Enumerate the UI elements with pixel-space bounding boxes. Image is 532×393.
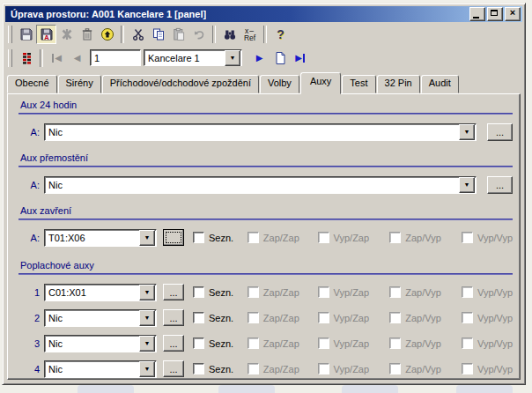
checkbox-sezn[interactable]: Sezn. [193, 337, 248, 349]
cut-button[interactable] [128, 25, 148, 44]
previous-record-button[interactable]: ◀ [67, 48, 87, 68]
section-aux-zavreni: Aux zavření A: T01:X06 ▼ Sezn. Zap/Zap V… [18, 205, 513, 247]
dialog-window: Úprava prostoru: A001 Kancelare 1 [panel… [2, 3, 526, 385]
maximize-button[interactable] [487, 7, 503, 21]
save-record-button[interactable]: A [36, 25, 56, 44]
dropdown-arrow-icon[interactable]: ▼ [139, 230, 155, 246]
dropdown-arrow-icon[interactable]: ▼ [139, 285, 155, 300]
tab-audit[interactable]: Audit [421, 75, 459, 93]
tab-test[interactable]: Test [342, 75, 375, 93]
section-aux-24-hodin: Aux 24 hodin A: Nic ▼ ... [18, 100, 513, 141]
dropdown-arrow-icon[interactable]: ▼ [139, 361, 155, 377]
checkbox-icon [462, 232, 473, 243]
trash-button[interactable] [77, 25, 97, 44]
record-name-combobox[interactable]: Kancelare 1 ▼ [144, 49, 242, 66]
aux-24-combobox[interactable]: Nic ▼ [44, 123, 477, 141]
toolbar-grip[interactable] [8, 26, 12, 43]
checkbox-icon[interactable] [193, 337, 204, 349]
checkbox-icon[interactable] [193, 312, 204, 323]
panel-list-icon [19, 51, 33, 65]
row-label: 3 [18, 338, 40, 349]
dropdown-arrow-icon[interactable]: ▼ [459, 124, 475, 140]
aux-zavreni-combobox[interactable]: T01:X06 ▼ [44, 229, 157, 247]
checkbox-sezn[interactable]: Sezn. [193, 286, 248, 298]
section-poplachove-auxy: Poplachové auxy 1 C01:X01 ▼ ... Sezn. Za… [18, 260, 513, 378]
undo-button[interactable] [188, 25, 209, 44]
find-button[interactable] [219, 25, 240, 44]
toolbar-separator [212, 26, 216, 43]
checkbox-icon [389, 286, 401, 298]
tab-auxy[interactable]: Auxy [300, 72, 341, 94]
copy-button[interactable] [148, 25, 168, 44]
delete-button[interactable] [56, 25, 77, 44]
checkbox-icon [318, 312, 329, 323]
poplach-aux-3-combobox[interactable]: Nic ▼ [44, 335, 157, 352]
section-divider [18, 166, 513, 167]
checkbox-zap-vyp: Zap/Vyp [389, 312, 462, 323]
poplach-aux-4-combobox[interactable]: Nic ▼ [44, 360, 157, 378]
dropdown-arrow-icon[interactable]: ▼ [139, 336, 155, 352]
poplach-aux-1-browse-button[interactable]: ... [163, 284, 184, 300]
aux-24-browse-button[interactable]: ... [487, 123, 513, 141]
checkbox-icon [389, 363, 401, 374]
form-row-2: 2 Nic ▼ ... Sezn. Zap/Zap Vyp/Zap Zap/Vy… [18, 308, 513, 327]
panel-list-button[interactable] [16, 48, 36, 68]
aux-premosteni-combobox[interactable]: Nic ▼ [44, 176, 477, 194]
checkbox-zap-zap: Zap/Zap [248, 286, 318, 298]
checkbox-icon [318, 286, 329, 298]
poplach-aux-2-combobox[interactable]: Nic ▼ [44, 309, 157, 327]
checkbox-icon[interactable] [193, 363, 204, 374]
help-button[interactable]: ? [270, 25, 291, 44]
poplach-aux-4-browse-button[interactable]: ... [163, 360, 184, 377]
find-icon [223, 27, 237, 41]
aux-premosteni-browse-button[interactable]: ... [487, 176, 513, 194]
poplach-aux-2-browse-button[interactable]: ... [163, 309, 184, 326]
last-record-button[interactable]: ▶ [290, 48, 310, 68]
form-row: A: T01:X06 ▼ Sezn. Zap/Zap Vyp/Zap Zap/V… [18, 228, 513, 247]
section-divider [18, 219, 513, 220]
checkbox-sezn[interactable]: Sezn. [193, 363, 248, 374]
save-button[interactable] [16, 25, 36, 44]
record-nav-toolbar: ◀ ◀ Kancelare 1 ▼ ▶ ▶ [5, 46, 522, 70]
tab-volby[interactable]: Volby [260, 75, 299, 93]
tab-sireny[interactable]: Sirény [58, 75, 101, 93]
checkbox-icon [318, 232, 329, 243]
first-record-button[interactable]: ◀ [47, 48, 67, 68]
aux-zavreni-browse-button[interactable] [163, 229, 184, 246]
checkbox-icon [248, 312, 259, 323]
poplach-aux-1-combobox[interactable]: C01:X01 ▼ [44, 284, 157, 301]
tab-obecne[interactable]: Obecné [7, 75, 57, 93]
row-label: A: [18, 180, 40, 190]
checkbox-icon[interactable] [193, 232, 204, 243]
combobox-value: C01:X01 [45, 287, 138, 298]
checkbox-icon[interactable] [193, 286, 204, 298]
up-circle-button[interactable] [97, 25, 117, 44]
toolbar-grip[interactable] [8, 49, 12, 67]
window-title: Úprava prostoru: A001 Kancelare 1 [panel… [11, 9, 206, 19]
combobox-value: Nic [45, 127, 458, 137]
titlebar[interactable]: Úprava prostoru: A001 Kancelare 1 [panel… [5, 6, 522, 22]
paste-button[interactable] [168, 25, 188, 44]
checkbox-icon [389, 312, 401, 323]
combobox-value: Nic [45, 364, 138, 374]
minimize-button[interactable] [469, 7, 485, 21]
tab-zpozdeni[interactable]: Příchodové/odchodové zpoždění [102, 75, 259, 93]
checkbox-vyp-vyp: Vyp/Vyp [462, 286, 513, 298]
delete-icon [60, 27, 74, 41]
combobox-value: Nic [45, 313, 138, 323]
next-record-button[interactable]: ▶ [249, 48, 270, 68]
minimize-icon [473, 17, 479, 19]
dropdown-arrow-icon[interactable]: ▼ [459, 177, 475, 193]
first-record-icon: ◀ [52, 54, 62, 63]
tab-32pin[interactable]: 32 Pin [377, 75, 420, 93]
record-number-input[interactable] [90, 49, 141, 66]
checkbox-vyp-vyp: Vyp/Vyp [462, 363, 513, 374]
poplach-aux-3-browse-button[interactable]: ... [163, 335, 184, 352]
dropdown-arrow-icon[interactable]: ▼ [225, 50, 240, 66]
checkbox-sezn[interactable]: Sezn. [193, 232, 248, 243]
close-button[interactable]: × [505, 7, 521, 21]
checkbox-sezn[interactable]: Sezn. [193, 312, 248, 323]
dropdown-arrow-icon[interactable]: ▼ [139, 310, 155, 326]
new-record-button[interactable] [270, 48, 290, 68]
cross-reference-button[interactable]: x– Ref [240, 25, 260, 44]
